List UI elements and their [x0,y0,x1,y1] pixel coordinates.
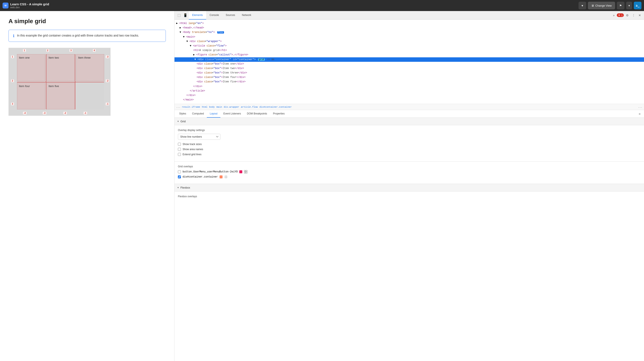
ps-button[interactable]: ≥_ [634,2,642,9]
dom-line-html[interactable]: ▶ <html lang="en"> [174,21,644,26]
chevron-down-icon: ▾ [628,4,630,7]
dom-line-box1[interactable]: <div class="box">Item one</div> [174,62,644,66]
svg-rect-1 [246,170,247,172]
article-title: A simple grid [8,18,166,25]
page-title-bar: Learn CSS - A simple grid [10,2,49,6]
breadcrumb-item-html[interactable]: html [201,106,208,108]
heart-button[interactable]: ♥ [578,2,586,9]
grid-cell-1: Item one [17,54,45,81]
settings-icon: ⚙ [626,13,629,17]
devtools-panel: ⬚ 📱 Elements Console Sources Network » ✕ [174,11,644,361]
col-num-4: 4 [93,49,96,52]
breadcrumb-item-iframe[interactable]: result-iframe [181,106,201,108]
grid-cell-2: Item two [46,54,74,81]
breadcrumb-item-main[interactable]: main [216,106,222,108]
col-num-neg1: -1 [84,112,87,114]
dom-line-body[interactable]: ▼ <body translate="no"> flex [174,30,644,35]
dom-line-article[interactable]: ▼ <article class="flow"> [174,44,644,48]
more-options-button[interactable]: ⋮ [631,13,636,18]
breadcrumb-item-container[interactable]: div#container.container [259,106,292,108]
col-numbers-top: 1 2 3 4 [23,49,96,52]
dom-line-wrapper[interactable]: ▼ <div class="wrapper"> [174,39,644,44]
grid-section-arrow: ▼ [177,120,179,122]
svg-rect-2 [244,172,246,173]
overlay-display-select[interactable]: Show line numbers Show track sizes Show … [178,134,220,140]
tab-sources[interactable]: Sources [222,11,238,19]
breadcrumb-bar: ... result-iframe html body main div.wra… [174,104,644,110]
device-toolbar-button[interactable]: 📱 [182,12,189,18]
usermenu-color-swatch [239,170,242,173]
dom-line-container[interactable]: … ▼ <div class="container" id="container… [174,57,644,62]
grid-h-line [17,82,104,82]
row-num-1: 1 [11,55,14,58]
dom-line-head[interactable]: ▶ <head>…</head> [174,26,644,30]
grid-section-label: Grid [180,120,186,123]
dom-line-box4[interactable]: <div class="box">Item four</div> [174,75,644,80]
tab-elements[interactable]: Elements [189,11,206,19]
title-group: Learn CSS - A simple grid web.dev [10,2,49,9]
dom-line-box2[interactable]: <div class="box">Item two</div> [174,66,644,71]
grid-cell-3: Item three [76,54,104,81]
dom-line-close-main[interactable]: </main> [174,98,644,102]
dom-line-h1[interactable]: <h1>A simple grid</h1> [174,48,644,53]
content-area: A simple grid ℹ In this example the grid… [0,11,174,361]
more-options-icon: ⋮ [632,13,635,17]
flexbox-section-header[interactable]: ▼ Flexbox [174,184,644,192]
grid-overlays-section: Grid overlays button.UserMenu_userMenuBu… [174,162,644,184]
dom-line-close-div[interactable]: </div> [174,84,644,89]
container-overlay-checkbox[interactable] [178,175,181,178]
row-num-2: 2 [11,79,14,82]
breadcrumb-item-article[interactable]: article.flow [240,106,258,108]
col-num-3: 3 [70,49,72,52]
more-tabs-button[interactable]: » [612,13,616,18]
error-badge: ✕ 1 [617,13,624,17]
bookmark-button[interactable]: ⚑ [617,2,624,9]
extend-grid-lines-label: Extend grid lines [182,153,202,156]
grid-cell-empty [76,83,104,109]
container-overlay-label: div#container.container [182,175,218,178]
info-box: ℹ In this example the grid container cre… [8,30,166,42]
sub-tab-computed[interactable]: Computed [189,110,207,118]
show-track-sizes-checkbox[interactable] [178,143,181,146]
inspect-element-button[interactable]: ⬚ [176,12,182,18]
breadcrumb-item-body[interactable]: body [208,106,215,108]
cell-label-1: Item one [19,56,30,59]
svg-rect-3 [246,172,247,173]
show-area-names-label: Show area names [182,148,203,151]
sub-tab-styles[interactable]: Styles [176,110,189,118]
sub-tab-event-listeners[interactable]: Event Listeners [220,110,244,118]
breadcrumb-item-wrapper[interactable]: div.wrapper [223,106,240,108]
main-layout: A simple grid ℹ In this example the grid… [0,11,644,361]
dom-line-close-article[interactable]: </article> [174,89,644,93]
sub-tab-layout[interactable]: Layout [207,110,220,118]
grid-v-line-2 [75,54,76,109]
tab-console[interactable]: Console [206,11,222,19]
close-devtools-button[interactable]: ✕ [637,13,642,18]
layout-panel-content: ▼ Grid Overlay display settings Show lin… [174,118,644,361]
settings-button[interactable]: ⚙ [625,13,630,18]
sub-tab-properties[interactable]: Properties [270,110,288,118]
dom-line-box5[interactable]: <div class="box">Item five</div> [174,80,644,84]
dom-line-figure[interactable]: ▶ <figure class="callout">…</figure> [174,53,644,57]
chevron-button[interactable]: ▾ [626,2,632,9]
dom-line-box3[interactable]: <div class="box">Item three</div> [174,71,644,75]
tab-network[interactable]: Network [238,11,254,19]
extend-grid-lines-checkbox[interactable] [178,153,181,156]
dom-tree: ▶ <html lang="en"> ▶ <head>…</head> ▼ <b… [174,19,644,104]
show-area-names-checkbox[interactable] [178,148,181,151]
cell-label-4: Item four [19,84,30,88]
usermenu-overlay-checkbox[interactable] [178,170,181,173]
extend-grid-lines-row: Extend grid lines [178,153,640,156]
sub-tab-dom-breakpoints[interactable]: DOM Breakpoints [244,110,270,118]
container-color-swatch [220,175,222,178]
dom-line-close-wrapper[interactable]: </div> [174,93,644,98]
ps-icon: ≥_ [636,3,640,7]
flexbox-section-arrow: ▼ [177,186,179,189]
show-track-sizes-row: Show track sizes [178,143,640,146]
change-view-button[interactable]: 🖥 Change View [588,2,615,9]
flexbox-section-label: Flexbox [180,186,190,189]
col-num-neg2: -2 [63,112,67,114]
grid-section-header[interactable]: ▼ Grid [174,118,644,125]
dom-line-main[interactable]: ▼ <main> [174,35,644,39]
sub-tab-more[interactable]: » [637,112,642,116]
